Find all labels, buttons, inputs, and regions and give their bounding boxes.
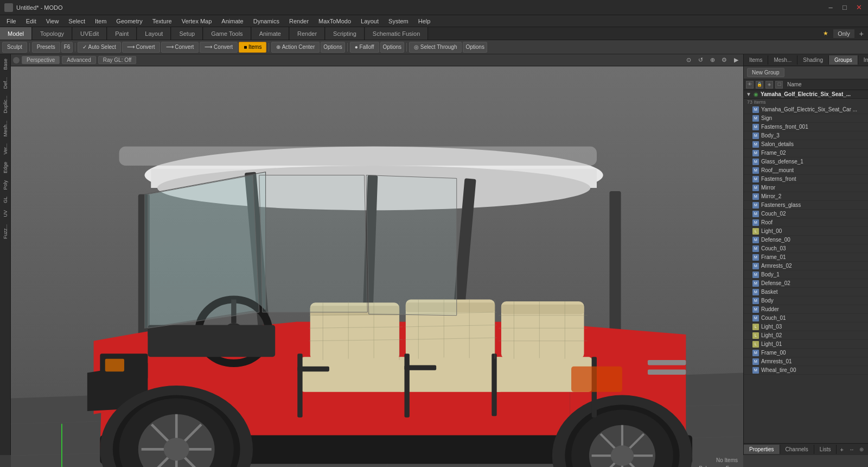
list-item[interactable]: LLight_01	[744, 340, 868, 349]
list-item[interactable]: MYamaha_Golf_Electric_Six_Seat_Car ...	[744, 105, 868, 114]
toolbar-btn[interactable]: ✓ Auto Select	[78, 42, 120, 53]
list-item[interactable]: MCouch_01	[744, 314, 868, 323]
list-item[interactable]: MMirror_2	[744, 192, 868, 201]
vp-expand-icon[interactable]: ▶	[731, 55, 741, 65]
menu-item-view[interactable]: View	[42, 17, 63, 26]
list-item[interactable]: MBody_3	[744, 131, 868, 140]
list-item[interactable]: MRudder	[744, 305, 868, 314]
advanced-btn[interactable]: Advanced	[62, 56, 95, 64]
sidebar-tab[interactable]: Edge	[2, 159, 9, 176]
vp-reset-icon[interactable]: ↺	[695, 55, 705, 65]
menu-item-system[interactable]: System	[384, 17, 413, 26]
list-item[interactable]: MFrame_02	[744, 149, 868, 157]
list-item[interactable]: MFasterns_front	[744, 175, 868, 184]
right-tab-mesh...[interactable]: Mesh...	[768, 55, 797, 65]
toolbar-btn[interactable]: ● Falloff	[350, 42, 379, 53]
sidebar-tab[interactable]: Fuzz...	[2, 221, 9, 242]
bottom-tab-icon[interactable]: ↔	[847, 445, 856, 454]
bottom-tab-channels[interactable]: Channels	[780, 445, 814, 454]
list-item[interactable]: LLight_02	[744, 331, 868, 340]
toolbar-btn[interactable]: Options	[380, 42, 404, 53]
toolbar-btn[interactable]: Options	[463, 42, 487, 53]
sidebar-tab[interactable]: Poly	[2, 177, 9, 193]
star-icon[interactable]: ★	[823, 30, 828, 37]
toolbar-btn[interactable]: ⟶ Convert	[161, 42, 199, 53]
list-item[interactable]: MWheal_tire_00	[744, 366, 868, 375]
vp-settings-icon[interactable]: ⚙	[719, 55, 729, 65]
menu-item-help[interactable]: Help	[414, 17, 435, 26]
list-item[interactable]: MFrame_01	[744, 253, 868, 262]
right-tab-groups[interactable]: Groups	[829, 55, 858, 65]
minimize-button[interactable]: –	[826, 3, 835, 12]
list-item[interactable]: MDefense_00	[744, 236, 868, 244]
toolbar-btn[interactable]: Options	[321, 42, 344, 53]
tab-animate[interactable]: Animate	[252, 27, 289, 40]
list-item[interactable]: MArmrests_02	[744, 262, 868, 270]
list-item[interactable]: MArmrests_01	[744, 357, 868, 366]
menu-item-render[interactable]: Render	[285, 17, 313, 26]
col-render-icon[interactable]: ◈	[765, 81, 773, 89]
new-group-button[interactable]: New Group	[747, 68, 784, 77]
list-item[interactable]: LLight_03	[744, 323, 868, 331]
list-item[interactable]: LLight_00	[744, 227, 868, 236]
menu-item-layout[interactable]: Layout	[356, 17, 383, 26]
tab-render[interactable]: Render	[290, 27, 325, 40]
sidebar-tab[interactable]: GL	[2, 193, 9, 206]
sidebar-tab[interactable]: Ver...	[2, 140, 9, 158]
toolbar-btn[interactable]: ■ Items	[239, 42, 266, 53]
menu-item-item[interactable]: Item	[91, 17, 111, 26]
tab-scripting[interactable]: Scripting	[326, 27, 365, 40]
list-item[interactable]: MRoof	[744, 218, 868, 227]
toolbar-btn[interactable]: Sculpt	[2, 42, 27, 53]
group-header[interactable]: ▼ ◉ Yamaha_Golf_Electric_Six_Seat_...	[744, 90, 868, 99]
tab-topology[interactable]: Topology	[33, 27, 72, 40]
list-item[interactable]: MGlass_defense_1	[744, 157, 868, 166]
sidebar-tab[interactable]: Def...	[2, 74, 9, 92]
right-tab-items[interactable]: Items	[744, 55, 768, 65]
maximize-button[interactable]: □	[840, 3, 850, 12]
col-eye-icon[interactable]: 👁	[746, 81, 754, 89]
sidebar-tab[interactable]: Mesh...	[2, 117, 9, 140]
list-item[interactable]: MFasteners_glass	[744, 201, 868, 210]
tab-game-tools[interactable]: Game Tools	[203, 27, 251, 40]
menu-item-dynamics[interactable]: Dynamics	[249, 17, 284, 26]
list-item[interactable]: MCouch_03	[744, 244, 868, 253]
vp-home-icon[interactable]: ⊙	[684, 55, 693, 65]
list-item[interactable]: MRoof__mount	[744, 166, 868, 175]
toolbar-btn[interactable]: ⊕ Action Center	[271, 42, 320, 53]
perspective-btn[interactable]: Perspective	[22, 56, 60, 64]
tab-layout[interactable]: Layout	[137, 27, 171, 40]
list-item[interactable]: MMirror	[744, 184, 868, 192]
sidebar-tab[interactable]: Duplic...	[2, 92, 9, 117]
right-tab-shading[interactable]: Shading	[797, 55, 829, 65]
col-sel-icon[interactable]: ☐	[775, 81, 783, 89]
list-item[interactable]: MSalon_details	[744, 140, 868, 149]
col-lock-icon[interactable]: 🔒	[756, 81, 763, 89]
list-item[interactable]: MFasterns_front_001	[744, 123, 868, 131]
menu-item-edit[interactable]: Edit	[22, 17, 41, 26]
bottom-tab-properties[interactable]: Properties	[744, 445, 780, 454]
list-item[interactable]: MCouch_02	[744, 210, 868, 218]
menu-item-animate[interactable]: Animate	[217, 17, 247, 26]
menu-item-maxtomodo[interactable]: MaxToModo	[314, 17, 355, 26]
tab-schematic-fusion[interactable]: Schematic Fusion	[365, 27, 428, 40]
toolbar-btn[interactable]: ⟶ Convert	[122, 42, 160, 53]
toolbar-btn[interactable]: ◎ Select Through	[409, 42, 462, 53]
toolbar-btn[interactable]: ⟶ Convert	[200, 42, 238, 53]
tab-model[interactable]: Model	[0, 27, 32, 40]
group-collapse-icon[interactable]: ▼	[746, 91, 751, 97]
menu-item-vertex map[interactable]: Vertex Map	[177, 17, 216, 26]
toolbar-btn[interactable]: Presets	[32, 42, 60, 53]
vp-menu-btn[interactable]	[13, 57, 20, 64]
list-item[interactable]: MBasket	[744, 288, 868, 296]
items-list[interactable]: ▼ ◉ Yamaha_Golf_Electric_Six_Seat_... 73…	[744, 90, 868, 443]
sidebar-tab[interactable]: Base	[2, 55, 9, 73]
add-tab-button[interactable]: +	[855, 28, 868, 40]
tab-setup[interactable]: Setup	[171, 27, 203, 40]
list-item[interactable]: MSign	[744, 114, 868, 123]
bottom-tab-lists[interactable]: Lists	[814, 445, 837, 454]
right-tab-images[interactable]: Images	[858, 55, 868, 65]
ray-gl-btn[interactable]: Ray GL: Off	[98, 56, 137, 64]
tab-paint[interactable]: Paint	[107, 27, 137, 40]
menu-item-file[interactable]: File	[2, 17, 21, 26]
